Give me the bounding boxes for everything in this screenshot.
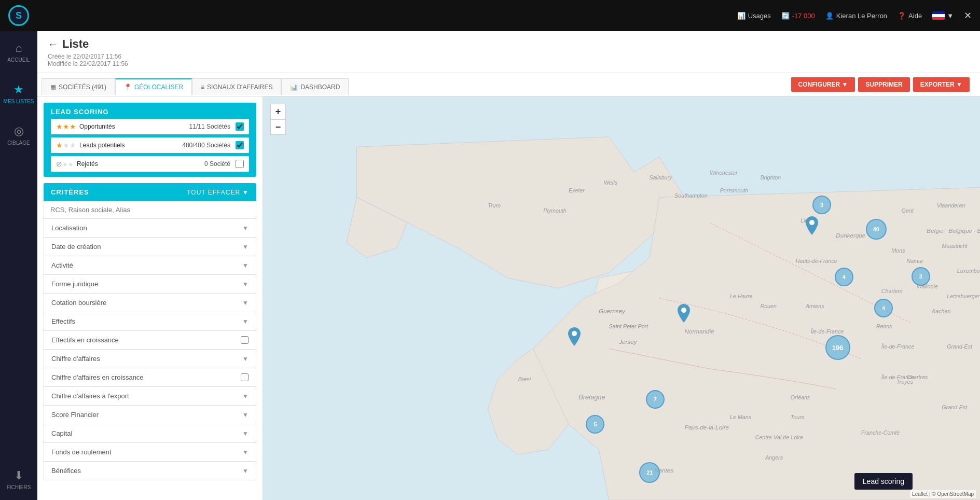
- sidebar-item-accueil[interactable]: ⌂ ACCUEIL: [0, 31, 37, 73]
- flag-icon: [932, 11, 945, 20]
- filter-cotation-boursiere[interactable]: Cotation boursière ▼: [44, 294, 256, 312]
- svg-text:Grand-Est: Grand-Est: [942, 404, 968, 410]
- filter-fonds-roulement[interactable]: Fonds de roulement ▼: [44, 443, 256, 462]
- main-content: 📊 Usages 🔄 -17 000 👤 Kieran Le Perron ❓ …: [37, 0, 980, 500]
- cluster-c8[interactable]: 5: [586, 415, 604, 434]
- pin-p3[interactable]: [568, 327, 581, 346]
- svg-text:Reims: Reims: [876, 323, 892, 329]
- pin-p2[interactable]: [678, 304, 690, 323]
- tab-dashboard[interactable]: 📊 DASHBOARD: [281, 78, 349, 95]
- cluster-c7[interactable]: 7: [646, 390, 665, 409]
- scoring-label-leads: Leads potentiels: [79, 142, 182, 149]
- cluster-c4[interactable]: 4: [835, 268, 853, 286]
- cluster-c2[interactable]: 40: [866, 219, 887, 240]
- usages-button[interactable]: 📊 Usages: [737, 12, 771, 20]
- sidebar-item-fichiers[interactable]: ⬇ FICHIERS: [0, 459, 37, 500]
- chevron-chiffre-affaires: ▼: [242, 355, 249, 363]
- svg-text:Rouen: Rouen: [760, 303, 777, 309]
- lead-scoring-badge: Lead scoring: [854, 473, 913, 490]
- svg-text:Luxembourg: Luxembourg: [957, 268, 980, 274]
- svg-text:Gent: Gent: [902, 207, 914, 214]
- check-effectifs-croissance[interactable]: [241, 336, 249, 344]
- pin-p1[interactable]: [806, 216, 818, 235]
- sidebar-item-mes-listes[interactable]: ★ MES LISTES: [0, 73, 37, 114]
- cluster-c3[interactable]: 3: [912, 267, 930, 286]
- svg-text:Orléans: Orléans: [791, 394, 810, 400]
- cluster-c5[interactable]: 4: [874, 299, 893, 317]
- filter-ca-croissance[interactable]: Chiffre d'affaires en croissance: [44, 368, 256, 387]
- scoring-row-opportunites: ★★★ Opportunités 11/11 Sociétés: [51, 119, 249, 134]
- zoom-out-button[interactable]: −: [270, 119, 286, 135]
- svg-text:Mons: Mons: [891, 247, 905, 254]
- svg-point-51: [572, 331, 577, 336]
- target-icon: ◎: [14, 124, 24, 138]
- tab-geolocaliser[interactable]: 📍 GÉOLOCALISER: [115, 78, 192, 95]
- scoring-row-leads: ★★★ Leads potentiels 480/480 Sociétés: [51, 137, 249, 153]
- filter-effectifs[interactable]: Effectifs ▼: [44, 312, 256, 331]
- filter-benefices[interactable]: Bénéfices ▼: [44, 462, 256, 480]
- scoring-count-rejetes: 0 Société: [204, 160, 230, 168]
- sidebar-item-ciblage[interactable]: ◎ CIBLAGE: [0, 114, 37, 156]
- filter-score-financier[interactable]: Score Financier ▼: [44, 406, 256, 424]
- export-button[interactable]: EXPORTER ▼: [913, 77, 970, 92]
- svg-text:Plymouth: Plymouth: [543, 207, 567, 214]
- configure-button[interactable]: CONFIGURER ▼: [791, 77, 855, 92]
- filter-date-creation[interactable]: Date de création ▼: [44, 238, 256, 256]
- sidebar-item-label-ciblage: CIBLAGE: [7, 140, 30, 146]
- svg-text:Le Mans: Le Mans: [730, 414, 752, 420]
- filter-activite[interactable]: Activité ▼: [44, 256, 256, 275]
- help-button[interactable]: ❓ Aide: [898, 12, 922, 20]
- scoring-row-rejetes: ⊘★★ Rejetés 0 Société: [51, 156, 249, 172]
- pin-icon: 📍: [124, 84, 132, 91]
- filter-effectifs-croissance[interactable]: Effectifs en croissance: [44, 331, 256, 350]
- chevron-capital: ▼: [242, 430, 249, 437]
- svg-text:Tours: Tours: [791, 414, 805, 420]
- list-icon: ≡: [201, 84, 204, 91]
- page-title: Liste: [62, 37, 89, 51]
- company-search-input[interactable]: [44, 201, 256, 219]
- tabs-actions-row: ▦ SOCIÉTÉS (491) 📍 GÉOLOCALISER ≡ SIGNAU…: [37, 73, 980, 96]
- map-zoom-controls: + −: [270, 104, 286, 135]
- filter-localisation[interactable]: Localisation ▼: [44, 219, 256, 238]
- chevron-down-icon: ▼: [242, 189, 249, 196]
- chevron-localisation: ▼: [242, 225, 249, 232]
- check-ca-croissance[interactable]: [241, 373, 249, 381]
- map-container[interactable]: Guernsey Saint Peter Port Jersey Bretagn…: [263, 96, 980, 500]
- user-label: Kieran Le Perron: [836, 12, 887, 20]
- filter-ca-export[interactable]: Chiffre d'affaires à l'export ▼: [44, 387, 256, 406]
- tab-group: ▦ SOCIÉTÉS (491) 📍 GÉOLOCALISER ≡ SIGNAU…: [42, 78, 349, 95]
- zoom-in-button[interactable]: +: [270, 104, 286, 119]
- delete-button[interactable]: SUPPRIMER: [858, 77, 909, 92]
- criteria-clear-button[interactable]: Tout effacer ▼: [187, 189, 249, 196]
- back-button[interactable]: ←: [48, 38, 58, 50]
- cluster-c1[interactable]: 3: [812, 196, 831, 214]
- close-button[interactable]: ✕: [964, 10, 972, 21]
- cluster-c6[interactable]: 196: [825, 335, 850, 360]
- credit-display: 🔄 -17 000: [781, 12, 815, 20]
- scoring-check-leads[interactable]: [236, 141, 244, 149]
- svg-text:Grand-Est: Grand-Est: [947, 343, 973, 350]
- svg-text:Charlero: Charlero: [881, 288, 903, 294]
- filter-capital[interactable]: Capital ▼: [44, 424, 256, 443]
- chevron-cotation-boursiere: ▼: [242, 299, 249, 307]
- svg-text:Guernsey: Guernsey: [599, 308, 626, 314]
- map-area[interactable]: Guernsey Saint Peter Port Jersey Bretagn…: [263, 96, 980, 500]
- credit-icon: 🔄: [781, 12, 790, 20]
- svg-text:Belgie · Belgique · Belgien: Belgie · Belgique · Belgien: [927, 227, 980, 234]
- svg-text:Portsmouth: Portsmouth: [720, 187, 749, 193]
- scoring-check-rejetes[interactable]: [236, 160, 244, 168]
- cluster-c9[interactable]: 21: [639, 462, 660, 483]
- scoring-check-opportunites[interactable]: [236, 122, 244, 131]
- chevron-score-financier: ▼: [242, 411, 249, 419]
- tab-signaux[interactable]: ≡ SIGNAUX D'AFFAIRES: [192, 78, 281, 95]
- svg-text:Normandie: Normandie: [685, 328, 715, 335]
- action-buttons: CONFIGURER ▼ SUPPRIMER EXPORTER ▼: [791, 77, 970, 96]
- help-label: Aide: [908, 12, 922, 20]
- svg-text:Maastricht: Maastricht: [942, 243, 968, 249]
- filter-forme-juridique[interactable]: Forme juridique ▼: [44, 275, 256, 294]
- language-selector[interactable]: ▼: [932, 11, 954, 20]
- user-icon: 👤: [825, 12, 834, 20]
- tab-societes[interactable]: ▦ SOCIÉTÉS (491): [42, 78, 115, 95]
- filter-chiffre-affaires[interactable]: Chiffre d'affaires ▼: [44, 350, 256, 368]
- user-menu[interactable]: 👤 Kieran Le Perron: [825, 12, 887, 20]
